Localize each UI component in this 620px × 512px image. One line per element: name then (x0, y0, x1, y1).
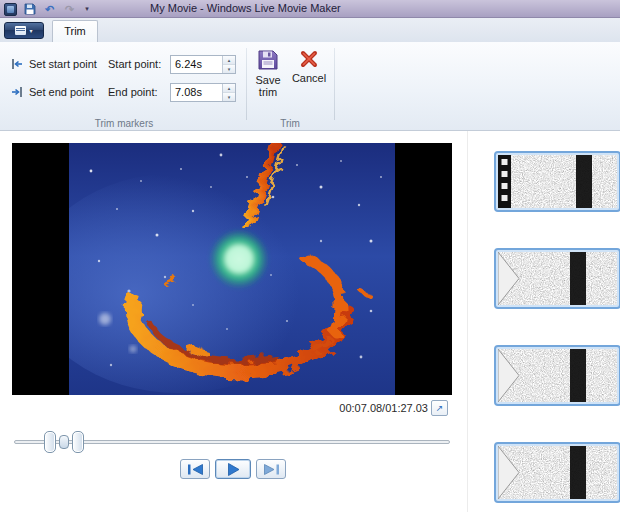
quick-access-toolbar: ↶ ↷ ▾ (4, 1, 92, 17)
application-icon[interactable] (4, 3, 17, 16)
save-trim-button[interactable]: Save trim (249, 49, 287, 115)
start-point-decrement-button[interactable]: ▾ (223, 65, 235, 73)
end-point-input[interactable]: 7.08s ▴ ▾ (170, 83, 236, 102)
save-icon[interactable] (22, 2, 37, 17)
set-start-point-button[interactable]: Set start point (10, 55, 97, 73)
transport-controls (180, 459, 286, 479)
group-divider (334, 48, 335, 120)
storyboard-thumbnail-2[interactable] (494, 248, 620, 309)
end-point-value: 7.08s (171, 84, 222, 101)
start-point-label: Start point: (108, 58, 161, 70)
cancel-button[interactable]: Cancel (290, 49, 328, 115)
start-point-value: 6.24s (171, 56, 222, 73)
cancel-label: Cancel (290, 72, 328, 84)
storyboard-thumbnail-3[interactable] (494, 345, 620, 406)
end-point-label: End point: (108, 86, 158, 98)
ribbon: Set start point Set end point Start poin… (0, 42, 620, 131)
end-point-increment-button[interactable]: ▴ (223, 84, 235, 93)
previous-frame-button[interactable] (180, 459, 210, 479)
application-menu-button[interactable]: ▾ (4, 22, 44, 39)
qat-dropdown-icon[interactable]: ▾ (82, 5, 92, 13)
playhead[interactable] (59, 435, 69, 449)
group-divider (246, 48, 247, 120)
storyboard-thumbnail-4[interactable] (494, 442, 620, 503)
end-point-spinner: ▴ ▾ (222, 84, 235, 101)
film-strip-icon (498, 155, 511, 208)
menu-icon (15, 26, 26, 35)
popout-icon: ↗ (436, 403, 444, 413)
storyboard-panel (494, 130, 620, 512)
group-label-trim-markers: Trim markers (4, 118, 244, 129)
storyboard-thumbnail-1[interactable] (494, 151, 620, 212)
window-title: My Movie - Windows Live Movie Maker (150, 0, 341, 17)
set-start-point-icon (10, 57, 24, 71)
set-start-point-label: Set start point (29, 58, 97, 70)
ribbon-tab-row: ▾ Trim (0, 18, 620, 42)
popout-button[interactable]: ↗ (431, 400, 448, 416)
start-point-spinner: ▴ ▾ (222, 56, 235, 73)
video-frame (69, 143, 395, 395)
clip-thumbnail-image (498, 446, 617, 499)
set-end-point-button[interactable]: Set end point (10, 83, 94, 101)
group-trim-markers: Set start point Set end point Start poin… (4, 42, 244, 131)
redo-icon[interactable]: ↷ (62, 2, 77, 17)
end-point-decrement-button[interactable]: ▾ (223, 93, 235, 101)
tab-trim[interactable]: Trim (52, 20, 98, 42)
chevron-down-icon: ▾ (29, 27, 32, 34)
group-label-trim: Trim (248, 118, 332, 129)
trim-end-handle[interactable] (72, 431, 84, 453)
start-point-input[interactable]: 6.24s ▴ ▾ (170, 55, 236, 74)
time-display: 00:07.08/01:27.03 (339, 402, 428, 414)
set-end-point-icon (10, 85, 24, 99)
next-frame-button[interactable] (256, 459, 286, 479)
titlebar: ↶ ↷ ▾ My Movie - Windows Live Movie Make… (0, 0, 620, 18)
cancel-icon (299, 49, 319, 69)
clip-thumbnail-image (498, 155, 617, 208)
seek-bar[interactable] (14, 429, 450, 455)
save-trim-icon (257, 49, 279, 71)
floppy-disk-icon (24, 3, 36, 15)
play-icon (227, 463, 240, 476)
group-trim: Save trim Cancel Trim (248, 42, 332, 131)
undo-icon[interactable]: ↶ (42, 2, 57, 17)
previous-frame-icon (187, 464, 204, 475)
save-trim-label: Save trim (249, 74, 287, 98)
start-point-increment-button[interactable]: ▴ (223, 56, 235, 65)
next-frame-icon (263, 464, 280, 475)
movie-maker-window: ↶ ↷ ▾ My Movie - Windows Live Movie Make… (0, 0, 620, 512)
clip-thumbnail-image (498, 349, 617, 402)
set-end-point-label: Set end point (29, 86, 94, 98)
video-preview (12, 143, 452, 395)
play-button[interactable] (215, 459, 251, 479)
panel-divider (467, 131, 468, 512)
trim-start-handle[interactable] (44, 431, 56, 453)
clip-thumbnail-image (498, 252, 617, 305)
